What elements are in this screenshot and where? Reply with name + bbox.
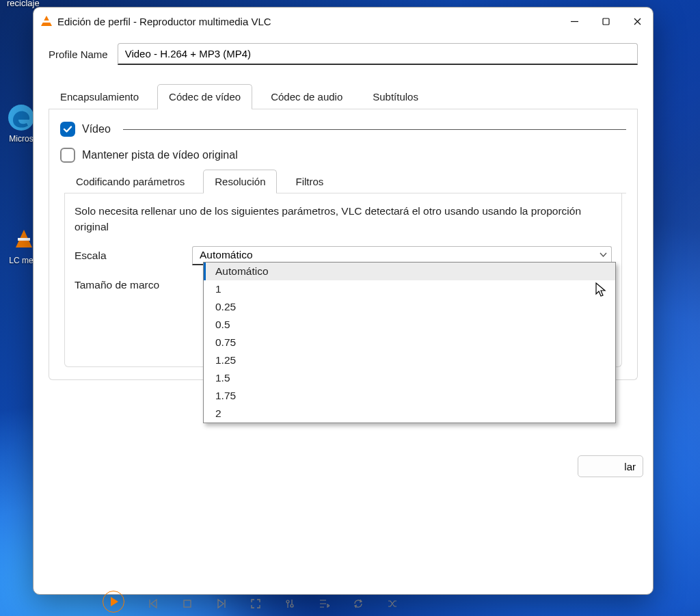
profile-name-label: Profile Name [49,49,108,60]
playlist-icon[interactable] [319,598,329,609]
scale-option[interactable]: 1 [204,280,615,298]
cancel-button[interactable]: lar [578,455,643,477]
video-enable-label: Vídeo [82,123,111,135]
scale-option[interactable]: 1.25 [204,351,615,369]
settings-icon[interactable] [284,598,295,609]
scale-option[interactable]: 1.5 [204,369,615,387]
subtab-filters[interactable]: Filtros [284,170,335,193]
subtab-resolution[interactable]: Resolución [203,170,277,193]
stop-icon[interactable] [182,598,193,609]
play-icon [111,597,118,606]
scale-option[interactable]: Automático [204,263,615,280]
scale-option[interactable]: 1.75 [204,387,615,405]
profile-edit-dialog: Edición de perfil - Reproductor multimed… [33,7,654,595]
svg-rect-5 [184,600,191,607]
svg-point-6 [286,600,289,603]
vlc-cone-icon [40,15,53,27]
play-button[interactable] [103,591,124,613]
video-enable-checkbox[interactable] [60,122,75,137]
maximize-button[interactable] [590,10,621,32]
tab-video-codec[interactable]: Códec de vídeo [157,84,252,109]
scale-option[interactable]: 2 [204,405,615,423]
tab-audio-codec[interactable]: Códec de audio [259,84,354,109]
scale-label: Escala [75,250,185,262]
shuffle-icon[interactable] [387,598,398,609]
resolution-panel: Solo necesita rellenar uno de los siguie… [64,193,622,367]
tab-encapsulation[interactable]: Encapsulamiento [49,84,150,109]
prev-track-icon[interactable] [148,598,159,609]
window-title: Edición de perfil - Reproductor multimed… [57,16,271,27]
scale-option[interactable]: 0.25 [204,298,615,316]
scale-option[interactable]: 0.75 [204,334,615,351]
svg-point-8 [291,604,293,607]
fullscreen-icon[interactable] [250,598,261,609]
titlebar[interactable]: Edición de perfil - Reproductor multimed… [33,8,653,35]
subtab-encoding[interactable]: Codificando parámetros [64,170,196,193]
keep-original-checkbox[interactable] [60,148,75,163]
scale-dropdown-list: Automático 1 0.25 0.5 0.75 1.25 1.5 1.75… [203,262,616,423]
cancel-button-label: lar [624,461,636,472]
keep-original-label: Mantener pista de vídeo original [82,149,238,161]
resolution-hint: Solo necesita rellenar uno de los siguie… [75,203,612,235]
framesize-label: Tamaño de marco [75,279,185,291]
scale-value: Automático [200,249,253,261]
close-button[interactable] [621,10,653,32]
video-codec-panel: Vídeo Mantener pista de vídeo original C… [49,109,638,380]
section-divider [123,129,626,130]
chevron-down-icon [600,249,607,261]
minimize-button[interactable] [558,10,590,32]
next-track-icon[interactable] [216,598,227,609]
vlc-player-controls [103,595,629,613]
profile-name-input[interactable] [118,43,638,65]
main-tabs: Encapsulamiento Códec de vídeo Códec de … [49,84,638,109]
sub-tabs: Codificando parámetros Resolución Filtro… [64,170,626,193]
tab-subtitles[interactable]: Subtítulos [361,84,430,109]
svg-rect-2 [603,18,609,25]
scale-option[interactable]: 0.5 [204,316,615,334]
loop-icon[interactable] [353,598,364,609]
mouse-cursor-icon [595,282,609,299]
